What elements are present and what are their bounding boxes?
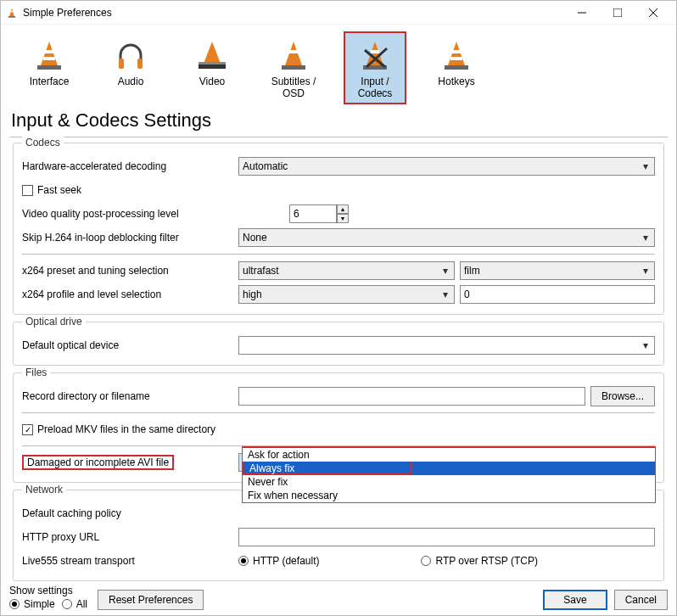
save-button[interactable]: Save	[543, 590, 607, 610]
avi-option-selected[interactable]: Always fix	[243, 462, 412, 475]
group-title: Network	[22, 484, 66, 496]
pp-level-spinner[interactable]: 6 ▲▼	[289, 204, 349, 223]
tab-video[interactable]: Video	[181, 31, 243, 104]
close-button[interactable]	[635, 2, 671, 24]
tab-audio[interactable]: Audio	[99, 31, 162, 104]
svg-rect-1	[8, 16, 15, 17]
select-value: None	[243, 232, 267, 244]
tab-input-codecs[interactable]: Input / Codecs	[344, 31, 406, 104]
tab-label: Input / Codecs	[349, 76, 401, 99]
cone-icon	[438, 38, 475, 72]
tab-label: Subtitles / OSD	[267, 76, 320, 99]
group-title: Files	[22, 367, 50, 378]
tab-label: Interface	[30, 76, 70, 87]
group-optical: Optical drive Default optical device ▾	[13, 322, 664, 366]
svg-rect-15	[199, 62, 226, 64]
titlebar: Simple Preferences	[1, 1, 676, 25]
divider	[22, 412, 655, 413]
record-dir-label: Record directory or filename	[22, 390, 238, 402]
option-label: Fix when necessary	[248, 490, 338, 501]
divider	[9, 137, 668, 137]
live555-label: Live555 stream transport	[22, 555, 238, 567]
skip-deblock-select[interactable]: None ▾	[238, 228, 655, 247]
hw-decoding-select[interactable]: Automatic ▾	[238, 157, 655, 176]
pp-level-label: Video quality post-processing level	[22, 208, 238, 220]
x264-profile-select[interactable]: high ▾	[238, 285, 455, 304]
avi-option[interactable]: Never fix	[243, 475, 655, 489]
group-network: Network Default caching policy HTTP prox…	[13, 490, 664, 581]
x264-level-input[interactable]: 0	[460, 285, 655, 304]
footer: Show settings Simple All Reset Preferenc…	[9, 585, 668, 610]
pp-level-value[interactable]: 6	[289, 204, 337, 223]
cone-tools-icon	[356, 38, 394, 72]
select-value: ultrafast	[243, 265, 279, 277]
hw-decoding-label: Hardware-accelerated decoding	[22, 160, 238, 172]
live555-rtp-label: RTP over RTSP (TCP)	[435, 555, 537, 567]
avi-dropdown-list[interactable]: Ask for action Always fix Never fix Fix …	[242, 446, 656, 503]
all-label: All	[76, 598, 87, 610]
svg-rect-11	[119, 59, 124, 69]
svg-rect-10	[43, 57, 55, 60]
svg-rect-26	[452, 50, 461, 53]
clapper-icon	[193, 38, 231, 72]
radio-icon	[62, 599, 72, 609]
svg-rect-4	[613, 8, 622, 17]
show-settings: Show settings Simple All	[9, 585, 87, 610]
live555-rtp-radio[interactable]: RTP over RTSP (TCP)	[421, 555, 537, 567]
spinner-down-icon[interactable]: ▼	[337, 214, 349, 223]
show-all-radio[interactable]: All	[62, 598, 87, 610]
svg-marker-13	[204, 42, 221, 64]
input-value: 0	[464, 288, 470, 300]
svg-rect-8	[37, 65, 61, 70]
category-tabs: Interface Audio Video Subtitles / OSD In…	[1, 25, 676, 108]
avi-option[interactable]: Fix when necessary	[243, 489, 655, 502]
x264-preset-label: x264 preset and tuning selection	[22, 265, 238, 277]
tab-label: Audio	[118, 76, 144, 87]
avi-label: Damaged or incomplete AVI file	[27, 456, 169, 468]
save-label: Save	[563, 594, 586, 606]
live555-http-label: HTTP (default)	[253, 555, 319, 567]
record-dir-input[interactable]	[238, 387, 585, 406]
maximize-button[interactable]	[600, 2, 635, 24]
page-title: Input & Codecs Settings	[1, 108, 676, 137]
checkbox-icon: ✓	[22, 424, 33, 435]
chevron-down-icon: ▾	[641, 339, 651, 351]
optical-device-select[interactable]: ▾	[238, 336, 655, 355]
app-icon	[6, 7, 18, 19]
tab-hotkeys[interactable]: Hotkeys	[425, 31, 488, 104]
checkbox-icon	[22, 185, 33, 196]
browse-label: Browse...	[601, 390, 644, 402]
tab-label: Hotkeys	[438, 76, 474, 87]
preload-mkv-checkbox[interactable]: ✓ Preload MKV files in the same director…	[22, 423, 215, 435]
live555-http-radio[interactable]: HTTP (default)	[238, 555, 319, 567]
option-label: Always fix	[249, 462, 294, 474]
browse-button[interactable]: Browse...	[590, 386, 655, 406]
minimize-button[interactable]	[564, 2, 600, 24]
svg-rect-17	[282, 65, 305, 70]
caching-label: Default caching policy	[22, 507, 238, 519]
reset-button[interactable]: Reset Preferences	[98, 590, 204, 610]
fast-seek-checkbox[interactable]: Fast seek	[22, 184, 81, 196]
cone-icon	[31, 38, 68, 72]
proxy-label: HTTP proxy URL	[22, 531, 238, 543]
skip-deblock-label: Skip H.264 in-loop deblocking filter	[22, 232, 238, 244]
tab-interface[interactable]: Interface	[18, 31, 81, 104]
show-simple-radio[interactable]: Simple	[9, 598, 55, 610]
chevron-down-icon: ▾	[440, 288, 450, 300]
x264-tune-select[interactable]: film ▾	[460, 261, 655, 280]
simple-label: Simple	[24, 598, 55, 610]
x264-preset-select[interactable]: ultrafast ▾	[238, 261, 455, 280]
divider	[22, 254, 655, 255]
svg-rect-18	[289, 50, 298, 53]
chevron-down-icon: ▾	[641, 265, 651, 277]
avi-option-selected-fill	[412, 462, 655, 475]
avi-option[interactable]: Ask for action	[243, 448, 655, 462]
radio-icon	[421, 556, 431, 566]
cone-icon	[275, 38, 312, 72]
spinner-up-icon[interactable]: ▲	[337, 204, 349, 214]
proxy-input[interactable]	[238, 528, 655, 546]
headphones-icon	[112, 38, 149, 72]
option-label: Ask for action	[248, 449, 310, 461]
cancel-button[interactable]: Cancel	[614, 590, 668, 610]
tab-subtitles[interactable]: Subtitles / OSD	[262, 31, 325, 104]
